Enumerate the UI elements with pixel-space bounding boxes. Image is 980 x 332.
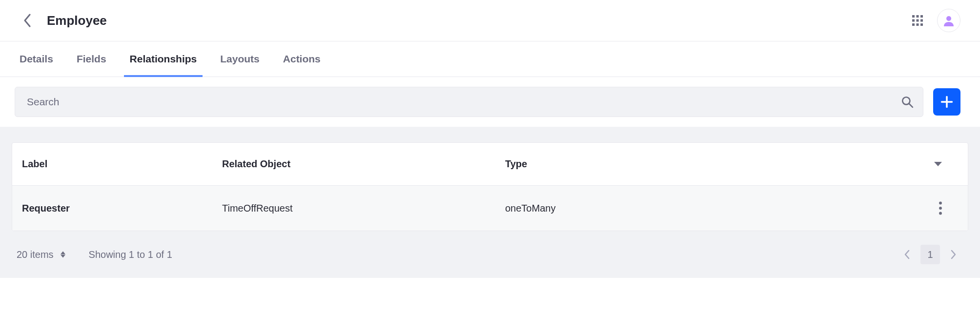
svg-rect-7: [917, 23, 919, 26]
svg-rect-8: [920, 23, 923, 26]
cell-related-object: TimeOffRequest: [212, 187, 495, 230]
tab-actions[interactable]: Actions: [283, 41, 321, 77]
content-area: Label Related Object Type Requester Time…: [0, 127, 980, 278]
top-bar-left: Employee: [20, 13, 107, 28]
add-button[interactable]: [933, 88, 960, 116]
caret-down-icon: [934, 161, 942, 167]
top-bar: Employee: [0, 0, 980, 41]
svg-rect-2: [920, 15, 923, 18]
cell-label: Requester: [12, 187, 212, 230]
table-footer: 20 items Showing 1 to 1 of 1 1: [12, 231, 968, 264]
row-actions-button[interactable]: [939, 201, 942, 215]
search-input[interactable]: [15, 87, 923, 117]
pager-next[interactable]: [944, 245, 963, 264]
pager-prev[interactable]: [897, 245, 917, 264]
svg-rect-3: [912, 20, 915, 22]
back-button[interactable]: [20, 13, 35, 28]
user-avatar[interactable]: [937, 9, 960, 32]
sort-icon: [61, 251, 65, 258]
svg-rect-1: [917, 15, 919, 18]
apps-menu-button[interactable]: [910, 13, 925, 28]
col-header-type[interactable]: Type: [495, 143, 715, 185]
search-icon: [901, 96, 914, 108]
col-header-label[interactable]: Label: [12, 143, 212, 185]
top-bar-right: [910, 9, 960, 32]
range-text: Showing 1 to 1 of 1: [89, 249, 172, 260]
search-wrapper: [15, 87, 923, 117]
pager-page-current[interactable]: 1: [920, 245, 940, 264]
chevron-left-icon: [23, 14, 32, 27]
tabs: Details Fields Relationships Layouts Act…: [0, 41, 980, 77]
tab-layouts[interactable]: Layouts: [220, 41, 260, 77]
tab-relationships[interactable]: Relationships: [130, 41, 197, 77]
table-row[interactable]: Requester TimeOffRequest oneToMany: [12, 186, 968, 231]
svg-rect-5: [920, 20, 923, 22]
col-header-actions: [715, 146, 968, 183]
cell-type: oneToMany: [495, 187, 715, 230]
page-size-selector[interactable]: 20 items: [17, 249, 65, 260]
svg-line-11: [909, 104, 913, 107]
page-size-label: 20 items: [17, 249, 54, 260]
svg-rect-6: [912, 23, 915, 26]
col-header-related-object[interactable]: Related Object: [212, 143, 495, 185]
svg-point-16: [939, 212, 942, 215]
pager: 1: [897, 245, 963, 264]
footer-left: 20 items Showing 1 to 1 of 1: [17, 249, 172, 260]
user-icon: [943, 15, 955, 26]
grid-icon: [912, 15, 923, 26]
chevron-right-icon: [951, 250, 957, 259]
relationships-table: Label Related Object Type Requester Time…: [12, 142, 968, 231]
svg-point-15: [939, 207, 942, 210]
svg-point-14: [939, 202, 942, 205]
kebab-icon: [939, 201, 942, 215]
svg-rect-0: [912, 15, 915, 18]
toolbar: [0, 77, 980, 127]
table-header-row: Label Related Object Type: [12, 143, 968, 186]
chevron-left-icon: [904, 250, 910, 259]
tab-details[interactable]: Details: [20, 41, 53, 77]
plus-icon: [940, 95, 954, 109]
svg-rect-4: [917, 20, 919, 22]
page-title: Employee: [47, 13, 107, 28]
svg-point-9: [946, 16, 951, 21]
cell-actions: [715, 186, 968, 231]
tab-fields[interactable]: Fields: [77, 41, 106, 77]
header-dropdown-toggle[interactable]: [934, 161, 942, 167]
